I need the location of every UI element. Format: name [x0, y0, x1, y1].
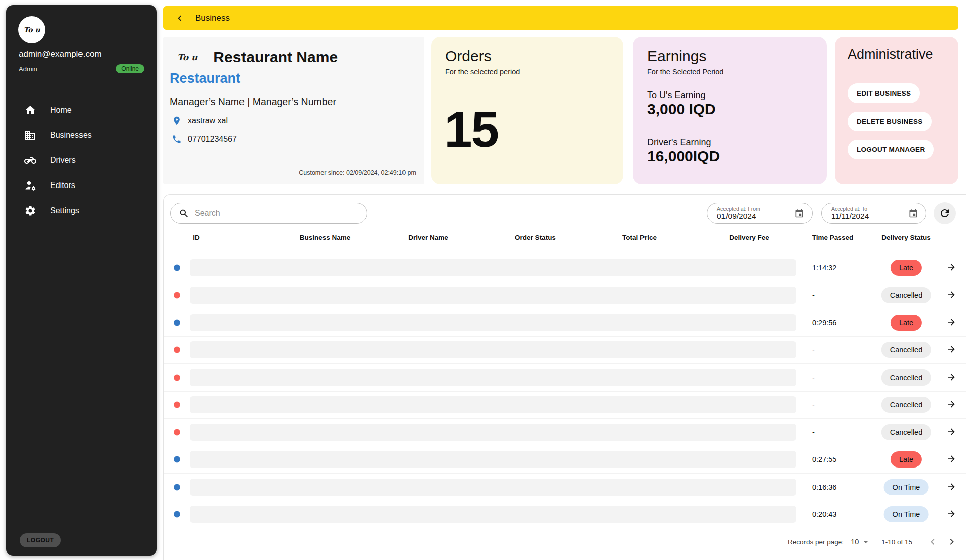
page-header: Business — [163, 6, 958, 30]
orders-table-card: Accepted at: From 01/09/2024 Accepted at… — [163, 194, 966, 560]
column-header-order-status: Order Status — [515, 234, 556, 241]
status-dot — [174, 374, 180, 381]
time-passed: - — [812, 291, 815, 299]
chevron-left-icon — [927, 536, 939, 548]
sidebar-item-label: Editors — [50, 181, 75, 190]
previous-page-button[interactable] — [926, 535, 939, 548]
table-row[interactable]: 0:27:55 Late — [164, 446, 966, 474]
administrative-card: Administrative EDIT BUSINESS DELETE BUSI… — [835, 37, 958, 184]
row-detail-button[interactable] — [946, 399, 957, 410]
sidebar-item-home[interactable]: Home — [6, 98, 157, 123]
sidebar-item-editors[interactable]: Editors — [6, 173, 157, 198]
row-detail-button[interactable] — [946, 372, 957, 383]
row-placeholder — [190, 479, 796, 496]
row-detail-button[interactable] — [946, 427, 957, 438]
business-info-card: To u Restaurant Name Restaurant Manager’… — [163, 37, 424, 184]
arrow-right-icon — [946, 399, 956, 409]
location-pin-icon — [172, 116, 182, 126]
delete-business-button[interactable]: DELETE BUSINESS — [848, 112, 932, 131]
search-icon — [179, 208, 189, 219]
business-address: xastraw xal — [188, 116, 228, 125]
business-phone: 07701234567 — [188, 135, 237, 144]
sidebar-nav: Home Businesses Drivers Editors Settings — [6, 98, 157, 223]
sidebar: To u admin@example.com Admin Online Home… — [6, 5, 157, 556]
search-box[interactable] — [170, 203, 367, 224]
delivery-status-badge: On Time — [884, 479, 929, 495]
table-row[interactable]: - Cancelled — [164, 392, 966, 419]
records-per-page-select[interactable]: 10 — [851, 538, 868, 546]
row-detail-button[interactable] — [946, 262, 957, 273]
earnings-card: Earnings For the Selected Period To U's … — [633, 37, 827, 184]
status-dot — [174, 292, 180, 299]
refresh-button[interactable] — [934, 202, 956, 224]
sidebar-item-settings[interactable]: Settings — [6, 198, 157, 223]
business-name-row: To u Restaurant Name — [177, 49, 338, 66]
row-detail-button[interactable] — [946, 454, 957, 465]
status-dot — [174, 484, 180, 490]
time-passed: 0:29:56 — [812, 319, 836, 327]
next-page-button[interactable] — [945, 535, 958, 548]
edit-business-button[interactable]: EDIT BUSINESS — [848, 83, 920, 103]
motorcycle-icon — [24, 154, 36, 166]
delivery-status-badge: On Time — [884, 506, 929, 522]
sidebar-item-label: Businesses — [50, 131, 92, 140]
status-dot — [174, 319, 180, 326]
logout-button[interactable]: LOGOUT — [20, 533, 61, 547]
time-passed: - — [812, 374, 815, 382]
delivery-status-badge: Cancelled — [881, 369, 931, 386]
caret-down-icon — [863, 541, 868, 543]
search-input[interactable] — [195, 209, 359, 218]
orders-card: Orders For the selected period 15 — [431, 37, 623, 184]
calendar-icon[interactable] — [908, 208, 918, 218]
orders-subtitle: For the selected period — [445, 68, 609, 76]
row-detail-button[interactable] — [946, 344, 957, 355]
calendar-icon[interactable] — [794, 208, 804, 218]
row-placeholder — [190, 396, 796, 413]
app-logo: To u — [18, 16, 45, 43]
administrative-title: Administrative — [848, 47, 945, 62]
column-header-id: ID — [193, 234, 200, 241]
row-detail-button[interactable] — [946, 509, 957, 520]
refresh-icon — [939, 207, 951, 219]
delivery-status-badge: Cancelled — [881, 424, 931, 440]
time-passed: 1:14:32 — [812, 264, 836, 272]
table-row[interactable]: 0:20:43 On Time — [164, 501, 966, 529]
sidebar-item-drivers[interactable]: Drivers — [6, 148, 157, 173]
arrow-right-icon — [946, 262, 956, 272]
user-role: Admin — [19, 65, 37, 73]
arrow-right-icon — [946, 372, 956, 382]
table-row[interactable]: - Cancelled — [164, 364, 966, 392]
table-row[interactable]: 1:14:32 Late — [164, 254, 966, 282]
table-row[interactable]: 0:16:36 On Time — [164, 474, 966, 501]
table-row[interactable]: - Cancelled — [164, 419, 966, 446]
delivery-status-badge: Cancelled — [881, 342, 931, 358]
row-detail-button[interactable] — [946, 290, 957, 301]
business-phone-row: 07701234567 — [172, 134, 237, 144]
table-row[interactable]: - Cancelled — [164, 337, 966, 364]
sidebar-item-businesses[interactable]: Businesses — [6, 123, 157, 148]
date-from-label: Accepted at: From — [717, 206, 760, 212]
arrow-right-icon — [946, 482, 956, 492]
row-placeholder — [190, 341, 796, 358]
business-address-row: xastraw xal — [172, 116, 228, 126]
row-placeholder — [190, 506, 796, 523]
earnings-subtitle: For the Selected Period — [647, 68, 813, 76]
business-logo: To u — [177, 52, 197, 62]
row-detail-button[interactable] — [946, 317, 957, 328]
date-from-filter[interactable]: Accepted at: From 01/09/2024 — [707, 203, 813, 224]
arrow-right-icon — [946, 427, 956, 437]
column-header-driver-name: Driver Name — [408, 234, 448, 241]
driver-earning-label: Driver's Earning — [647, 137, 720, 148]
user-email: admin@example.com — [19, 49, 102, 59]
date-to-filter[interactable]: Accepted at: To 11/11/2024 — [821, 203, 926, 224]
column-header-business-name: Business Name — [300, 234, 351, 241]
time-passed: - — [812, 346, 815, 354]
table-row[interactable]: - Cancelled — [164, 282, 966, 310]
driver-earning-value: 16,000IQD — [647, 148, 720, 165]
row-detail-button[interactable] — [946, 482, 957, 493]
table-row[interactable]: 0:29:56 Late — [164, 309, 966, 337]
status-dot — [174, 264, 180, 271]
logout-manager-button[interactable]: LOGOUT MANAGER — [848, 140, 934, 159]
date-to-label: Accepted at: To — [831, 206, 867, 212]
back-button[interactable] — [173, 12, 186, 25]
